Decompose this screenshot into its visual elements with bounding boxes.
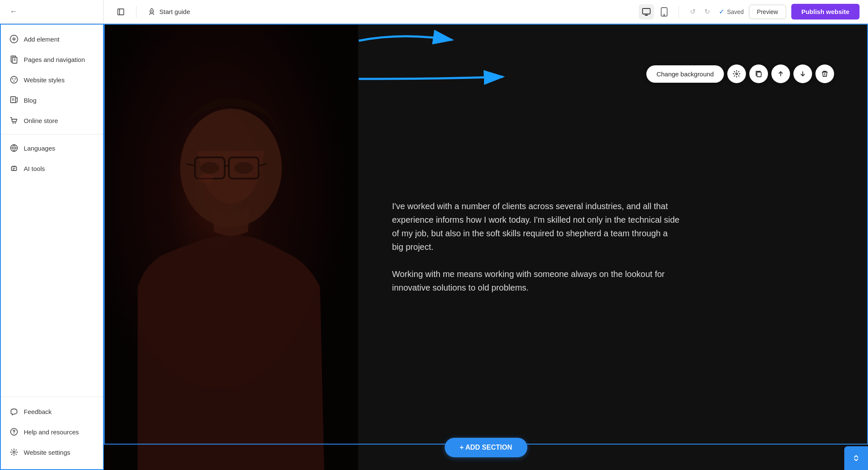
main-area: Add element Pages and navigation: [0, 24, 868, 470]
plus-circle-icon: [9, 34, 19, 44]
svg-rect-19: [11, 97, 16, 103]
move-down-button[interactable]: [793, 64, 812, 83]
sidebar-item-website-styles[interactable]: Website styles: [1, 70, 103, 90]
preview-button[interactable]: Preview: [749, 5, 786, 19]
ai-tools-label: AI tools: [24, 165, 45, 172]
scroll-handle[interactable]: [844, 446, 868, 470]
back-button[interactable]: ←: [7, 5, 20, 19]
canvas-area[interactable]: I've worked with a number of clients acr…: [104, 24, 868, 470]
copy-section-button[interactable]: [749, 64, 768, 83]
svg-rect-0: [118, 9, 124, 15]
mobile-view-button[interactable]: [657, 4, 672, 20]
svg-point-7: [664, 14, 665, 15]
arrow-up-icon: [777, 70, 785, 78]
help-resources-label: Help and resources: [24, 428, 79, 436]
sidebar-nav: Add element Pages and navigation: [1, 25, 103, 397]
feedback-label: Feedback: [24, 408, 52, 415]
svg-point-43: [736, 73, 737, 75]
help-icon: [9, 427, 19, 436]
online-store-label: Online store: [24, 117, 58, 124]
paint-palette-icon: [9, 75, 19, 84]
topbar-divider-2: [679, 6, 679, 18]
redo-button[interactable]: ↻: [700, 5, 714, 19]
desktop-view-button[interactable]: [639, 4, 654, 20]
blog-edit-icon: [9, 95, 19, 105]
trash-icon: [821, 70, 829, 78]
cart-icon: [9, 116, 19, 125]
sidebar-item-languages[interactable]: Languages: [1, 138, 103, 158]
rocket-icon: [147, 8, 156, 16]
publish-button[interactable]: Publish website: [791, 4, 860, 20]
change-background-button[interactable]: Change background: [646, 65, 724, 83]
arrow-down-icon: [799, 70, 807, 78]
sidebar-divider: [1, 134, 103, 134]
website-settings-label: Website settings: [24, 449, 70, 456]
languages-label: Languages: [24, 145, 55, 152]
svg-point-40: [200, 162, 219, 174]
topbar: ← Start guide: [0, 0, 868, 24]
feedback-icon: [9, 407, 19, 416]
svg-point-42: [198, 174, 213, 183]
sidebar: Add element Pages and navigation: [0, 24, 104, 470]
section-toolbar: Change background: [646, 64, 834, 83]
saved-label: Saved: [727, 8, 744, 15]
undo-redo-group: ↺ ↻: [686, 5, 714, 19]
sidebar-item-feedback[interactable]: Feedback: [1, 401, 103, 422]
saved-check-icon: ✓: [719, 8, 724, 16]
topbar-divider-1: [136, 6, 136, 18]
sidebar-item-ai-tools[interactable]: AI tools: [1, 158, 103, 179]
svg-point-41: [234, 162, 253, 174]
add-section-bar: + ADD SECTION: [445, 438, 527, 457]
canvas-section: I've worked with a number of clients acr…: [104, 24, 868, 470]
start-guide-label: Start guide: [159, 8, 190, 15]
sidebar-item-help-resources[interactable]: Help and resources: [1, 422, 103, 442]
page-frame-icon: [117, 8, 125, 16]
website-styles-label: Website styles: [24, 76, 64, 84]
copy-icon: [755, 70, 762, 78]
settings-gear-icon: [9, 448, 19, 457]
blog-label: Blog: [24, 97, 36, 104]
delete-section-button[interactable]: [815, 64, 834, 83]
svg-point-23: [15, 123, 16, 124]
sidebar-item-online-store[interactable]: Online store: [1, 110, 103, 131]
section-settings-button[interactable]: [727, 64, 746, 83]
content-text: I've worked with a number of clients acr…: [392, 199, 680, 294]
page-icon-button[interactable]: [111, 5, 131, 19]
ai-tools-icon: [9, 164, 19, 173]
sidebar-item-add-element[interactable]: Add element: [1, 29, 103, 49]
svg-point-18: [14, 81, 15, 82]
svg-point-2: [151, 10, 153, 11]
topbar-right: ↺ ↻ ✓ Saved Preview Publish website: [630, 4, 868, 20]
topbar-left: ←: [0, 0, 104, 23]
pages-navigation-label: Pages and navigation: [24, 56, 85, 63]
scroll-arrows-icon: [851, 453, 861, 463]
sidebar-item-pages-navigation[interactable]: Pages and navigation: [1, 49, 103, 70]
svg-point-31: [13, 451, 15, 453]
topbar-center: Start guide: [104, 5, 630, 19]
svg-point-22: [13, 123, 14, 124]
svg-point-30: [14, 433, 14, 434]
sidebar-item-blog[interactable]: Blog: [1, 90, 103, 110]
mobile-icon: [660, 7, 668, 17]
sidebar-item-website-settings[interactable]: Website settings: [1, 442, 103, 462]
svg-rect-44: [757, 72, 761, 77]
saved-badge: ✓ Saved: [719, 8, 744, 16]
start-guide-button[interactable]: Start guide: [142, 5, 196, 19]
desktop-icon: [642, 7, 651, 17]
content-area: I've worked with a number of clients acr…: [358, 24, 868, 470]
portrait-image: [104, 24, 358, 470]
content-paragraph-2: Working with me means working with someo…: [392, 267, 680, 294]
content-paragraph-1: I've worked with a number of clients acr…: [392, 199, 680, 254]
settings-icon: [733, 70, 740, 78]
undo-button[interactable]: ↺: [686, 5, 699, 19]
add-section-button[interactable]: + ADD SECTION: [445, 438, 527, 457]
svg-rect-3: [643, 8, 650, 14]
svg-point-17: [15, 78, 16, 80]
move-up-button[interactable]: [771, 64, 790, 83]
svg-point-16: [12, 78, 14, 80]
svg-point-15: [11, 76, 17, 83]
add-element-label: Add element: [24, 36, 59, 43]
languages-icon: [9, 143, 19, 153]
sidebar-bottom: Feedback Help and resources: [1, 397, 103, 469]
pages-icon: [9, 55, 19, 64]
